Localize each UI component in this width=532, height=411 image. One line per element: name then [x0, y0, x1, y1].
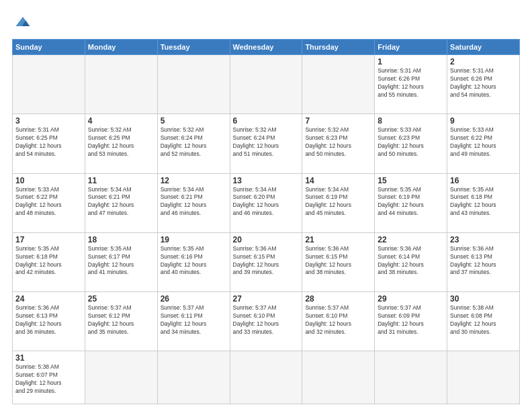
day-number: 2 — [450, 57, 517, 66]
calendar-cell: 12Sunrise: 5:34 AM Sunset: 6:21 PM Dayli… — [157, 173, 230, 232]
day-header-thursday: Thursday — [302, 40, 375, 55]
calendar-cell — [302, 351, 375, 404]
day-header-friday: Friday — [375, 40, 447, 55]
day-number: 28 — [305, 294, 371, 304]
day-number: 10 — [15, 176, 82, 185]
calendar-cell: 18Sunrise: 5:35 AM Sunset: 6:17 PM Dayli… — [85, 232, 157, 291]
day-info: Sunrise: 5:33 AM Sunset: 6:22 PM Dayligh… — [15, 186, 82, 218]
day-number: 20 — [233, 235, 300, 244]
day-header-monday: Monday — [85, 40, 157, 55]
calendar-table: SundayMondayTuesdayWednesdayThursdayFrid… — [12, 39, 520, 404]
day-number: 23 — [450, 235, 517, 244]
calendar-cell — [13, 55, 85, 114]
calendar-cell: 17Sunrise: 5:35 AM Sunset: 6:18 PM Dayli… — [13, 232, 85, 291]
day-info: Sunrise: 5:36 AM Sunset: 6:15 PM Dayligh… — [233, 245, 300, 277]
day-header-wednesday: Wednesday — [230, 40, 302, 55]
calendar-cell — [157, 55, 230, 114]
day-number: 17 — [15, 235, 82, 244]
day-info: Sunrise: 5:34 AM Sunset: 6:20 PM Dayligh… — [233, 186, 300, 218]
logo-icon — [13, 12, 32, 31]
calendar-cell: 16Sunrise: 5:35 AM Sunset: 6:18 PM Dayli… — [447, 173, 520, 232]
calendar-cell — [302, 55, 375, 114]
day-info: Sunrise: 5:35 AM Sunset: 6:18 PM Dayligh… — [15, 245, 82, 277]
calendar-cell — [85, 351, 157, 404]
calendar-cell — [447, 351, 520, 404]
day-number: 6 — [233, 116, 300, 126]
day-info: Sunrise: 5:32 AM Sunset: 6:24 PM Dayligh… — [233, 126, 300, 158]
calendar-cell: 15Sunrise: 5:35 AM Sunset: 6:19 PM Dayli… — [375, 173, 447, 232]
day-info: Sunrise: 5:37 AM Sunset: 6:09 PM Dayligh… — [378, 304, 444, 336]
day-info: Sunrise: 5:33 AM Sunset: 6:22 PM Dayligh… — [450, 126, 517, 158]
day-info: Sunrise: 5:32 AM Sunset: 6:25 PM Dayligh… — [88, 126, 154, 158]
day-number: 11 — [88, 176, 154, 185]
day-info: Sunrise: 5:35 AM Sunset: 6:19 PM Dayligh… — [378, 186, 444, 218]
calendar-cell: 11Sunrise: 5:34 AM Sunset: 6:21 PM Dayli… — [85, 173, 157, 232]
calendar-cell: 9Sunrise: 5:33 AM Sunset: 6:22 PM Daylig… — [447, 114, 520, 173]
day-info: Sunrise: 5:31 AM Sunset: 6:25 PM Dayligh… — [15, 126, 82, 158]
day-number: 9 — [450, 116, 517, 126]
day-header-tuesday: Tuesday — [157, 40, 230, 55]
calendar-cell: 21Sunrise: 5:36 AM Sunset: 6:15 PM Dayli… — [302, 232, 375, 291]
day-header-saturday: Saturday — [447, 40, 520, 55]
day-info: Sunrise: 5:34 AM Sunset: 6:21 PM Dayligh… — [88, 186, 154, 218]
day-number: 8 — [378, 116, 444, 126]
day-info: Sunrise: 5:35 AM Sunset: 6:16 PM Dayligh… — [161, 245, 227, 277]
day-info: Sunrise: 5:37 AM Sunset: 6:11 PM Dayligh… — [161, 304, 227, 336]
day-number: 15 — [378, 176, 444, 185]
page: SundayMondayTuesdayWednesdayThursdayFrid… — [0, 0, 532, 411]
calendar-cell: 10Sunrise: 5:33 AM Sunset: 6:22 PM Dayli… — [13, 173, 85, 232]
calendar-cell: 20Sunrise: 5:36 AM Sunset: 6:15 PM Dayli… — [230, 232, 302, 291]
day-header-sunday: Sunday — [13, 40, 85, 55]
calendar-cell: 1Sunrise: 5:31 AM Sunset: 6:26 PM Daylig… — [375, 55, 447, 114]
day-info: Sunrise: 5:36 AM Sunset: 6:13 PM Dayligh… — [15, 304, 82, 336]
day-number: 4 — [88, 116, 154, 126]
day-info: Sunrise: 5:37 AM Sunset: 6:10 PM Dayligh… — [233, 304, 300, 336]
day-info: Sunrise: 5:31 AM Sunset: 6:26 PM Dayligh… — [450, 67, 517, 99]
calendar-cell: 13Sunrise: 5:34 AM Sunset: 6:20 PM Dayli… — [230, 173, 302, 232]
calendar-cell: 31Sunrise: 5:38 AM Sunset: 6:07 PM Dayli… — [13, 351, 85, 404]
day-info: Sunrise: 5:35 AM Sunset: 6:18 PM Dayligh… — [450, 186, 517, 218]
day-number: 18 — [88, 235, 154, 244]
day-number: 14 — [305, 176, 371, 185]
calendar-cell — [375, 351, 447, 404]
day-info: Sunrise: 5:33 AM Sunset: 6:23 PM Dayligh… — [378, 126, 444, 158]
day-info: Sunrise: 5:36 AM Sunset: 6:14 PM Dayligh… — [378, 245, 444, 277]
calendar-cell: 24Sunrise: 5:36 AM Sunset: 6:13 PM Dayli… — [13, 292, 85, 351]
calendar-cell: 2Sunrise: 5:31 AM Sunset: 6:26 PM Daylig… — [447, 55, 520, 114]
header — [12, 12, 520, 34]
calendar-cell: 14Sunrise: 5:34 AM Sunset: 6:19 PM Dayli… — [302, 173, 375, 232]
day-number: 19 — [161, 235, 227, 244]
day-number: 13 — [233, 176, 300, 185]
day-number: 29 — [378, 294, 444, 304]
day-number: 1 — [378, 57, 444, 66]
day-info: Sunrise: 5:36 AM Sunset: 6:13 PM Dayligh… — [450, 245, 517, 277]
day-info: Sunrise: 5:32 AM Sunset: 6:24 PM Dayligh… — [161, 126, 227, 158]
day-info: Sunrise: 5:32 AM Sunset: 6:23 PM Dayligh… — [305, 126, 371, 158]
day-info: Sunrise: 5:38 AM Sunset: 6:07 PM Dayligh… — [15, 363, 82, 396]
day-number: 25 — [88, 294, 154, 304]
calendar-cell: 7Sunrise: 5:32 AM Sunset: 6:23 PM Daylig… — [302, 114, 375, 173]
day-info: Sunrise: 5:31 AM Sunset: 6:26 PM Dayligh… — [378, 67, 444, 99]
day-info: Sunrise: 5:34 AM Sunset: 6:19 PM Dayligh… — [305, 186, 371, 218]
day-number: 26 — [161, 294, 227, 304]
calendar-cell — [157, 351, 230, 404]
calendar-cell: 8Sunrise: 5:33 AM Sunset: 6:23 PM Daylig… — [375, 114, 447, 173]
day-number: 5 — [161, 116, 227, 126]
day-number: 3 — [15, 116, 82, 126]
calendar-cell: 29Sunrise: 5:37 AM Sunset: 6:09 PM Dayli… — [375, 292, 447, 351]
day-info: Sunrise: 5:36 AM Sunset: 6:15 PM Dayligh… — [305, 245, 371, 277]
calendar-cell: 3Sunrise: 5:31 AM Sunset: 6:25 PM Daylig… — [13, 114, 85, 173]
day-number: 22 — [378, 235, 444, 244]
calendar-cell: 6Sunrise: 5:32 AM Sunset: 6:24 PM Daylig… — [230, 114, 302, 173]
day-info: Sunrise: 5:35 AM Sunset: 6:17 PM Dayligh… — [88, 245, 154, 277]
day-number: 16 — [450, 176, 517, 185]
calendar-cell: 19Sunrise: 5:35 AM Sunset: 6:16 PM Dayli… — [157, 232, 230, 291]
day-number: 31 — [15, 353, 82, 363]
logo — [12, 12, 32, 34]
calendar-cell — [230, 351, 302, 404]
day-info: Sunrise: 5:34 AM Sunset: 6:21 PM Dayligh… — [161, 186, 227, 218]
calendar-cell: 5Sunrise: 5:32 AM Sunset: 6:24 PM Daylig… — [157, 114, 230, 173]
day-number: 27 — [233, 294, 300, 304]
day-info: Sunrise: 5:37 AM Sunset: 6:12 PM Dayligh… — [88, 304, 154, 336]
calendar-cell: 22Sunrise: 5:36 AM Sunset: 6:14 PM Dayli… — [375, 232, 447, 291]
